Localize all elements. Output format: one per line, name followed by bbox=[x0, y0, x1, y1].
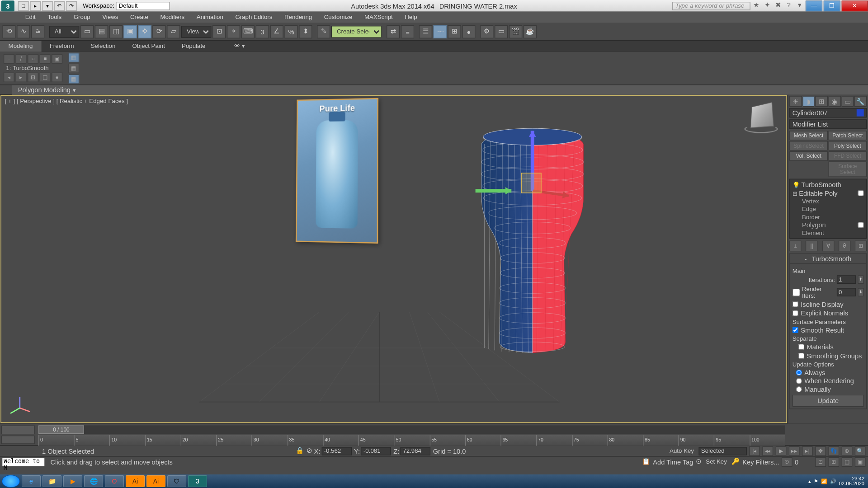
btn-poly-select[interactable]: Poly Select bbox=[828, 141, 867, 150]
z-input[interactable]: 72.984 bbox=[401, 447, 430, 455]
object-name-field[interactable]: Cylinder007 bbox=[789, 108, 867, 117]
system-tray[interactable]: ▴ ⚑ 📶 🔊 23:42 02-06-2020 bbox=[808, 476, 866, 486]
select-icon[interactable]: ▭ bbox=[80, 25, 94, 38]
exchange-icon[interactable]: ✖ bbox=[773, 1, 783, 10]
rp-cage-icon[interactable]: ◫ bbox=[40, 73, 51, 82]
isoline-check[interactable] bbox=[793, 301, 798, 307]
rp-toggle-icon[interactable]: ⊡ bbox=[28, 73, 38, 82]
rollout-header[interactable]: - TurboSmooth bbox=[790, 254, 866, 264]
task-3dsmax-icon[interactable]: 3 bbox=[188, 475, 207, 487]
rp-vertex-icon[interactable]: · bbox=[4, 54, 14, 64]
unlink-icon[interactable]: ∿ bbox=[17, 25, 30, 38]
bind-icon[interactable]: ≋ bbox=[31, 25, 44, 38]
menu-help[interactable]: Help bbox=[399, 12, 423, 23]
prev-frame-icon[interactable]: ◂◂ bbox=[762, 446, 773, 455]
cp-tab-utilities-icon[interactable]: 🔧 bbox=[854, 96, 867, 107]
next-frame-icon[interactable]: ▸▸ bbox=[789, 446, 800, 455]
gizmo-xy-plane[interactable] bbox=[521, 173, 542, 193]
align-icon[interactable]: ≡ bbox=[401, 25, 414, 38]
stack-edge[interactable]: Edge bbox=[791, 205, 865, 213]
tray-net-icon[interactable]: 📶 bbox=[821, 479, 827, 484]
menu-customize[interactable]: Customize bbox=[318, 12, 358, 23]
minimize-button[interactable]: — bbox=[806, 0, 822, 11]
stack-turbosmooth[interactable]: 💡 TurboSmooth bbox=[791, 181, 865, 189]
update-button[interactable]: Update bbox=[793, 395, 864, 407]
qat-new-icon[interactable]: □ bbox=[18, 1, 29, 10]
tab-selection[interactable]: Selection bbox=[82, 41, 124, 52]
task-opera-icon[interactable]: O bbox=[105, 475, 124, 487]
maxscript-mini[interactable]: Welcome to M bbox=[2, 457, 44, 466]
time-config-icon[interactable]: ⏲ bbox=[782, 457, 793, 466]
qat-save-icon[interactable]: ▾ bbox=[42, 1, 53, 10]
rp-special1-icon[interactable]: ▦ bbox=[68, 52, 79, 62]
autokey-toggle[interactable]: Auto Key bbox=[667, 448, 697, 455]
stack-poly-toggle[interactable] bbox=[858, 222, 863, 228]
toggle-icon[interactable]: ✦ bbox=[762, 1, 772, 10]
app-icon[interactable]: 3 bbox=[1, 0, 14, 11]
scale-icon[interactable]: ▱ bbox=[167, 25, 180, 38]
iterations-spinner[interactable]: ⬍ bbox=[858, 275, 863, 284]
viewcube[interactable] bbox=[743, 103, 779, 133]
cp-tab-display-icon[interactable]: ▭ bbox=[841, 96, 854, 107]
nav-max-icon[interactable]: ▣ bbox=[855, 457, 866, 466]
tray-vol-icon[interactable]: 🔊 bbox=[830, 479, 836, 484]
rp-border-icon[interactable]: ○ bbox=[28, 54, 38, 64]
task-shield-icon[interactable]: 🛡 bbox=[167, 475, 186, 487]
time-slider-thumb[interactable]: 0 / 100 bbox=[38, 425, 84, 434]
ribbon-toggle-icon[interactable]: 👁 ▾ bbox=[226, 41, 254, 52]
nav-orbit-icon[interactable]: ⊕ bbox=[842, 446, 853, 455]
menu-group[interactable]: Group bbox=[68, 12, 96, 23]
time-tag-icon[interactable]: 📋 bbox=[642, 458, 651, 465]
nav-walk-icon[interactable]: 👣 bbox=[828, 446, 839, 455]
material-editor-icon[interactable]: ● bbox=[462, 25, 475, 38]
menu-create[interactable]: Create bbox=[124, 12, 154, 23]
update-manually-radio[interactable] bbox=[796, 386, 802, 392]
cp-tab-hierarchy-icon[interactable]: ⊞ bbox=[816, 96, 828, 107]
rp-edge-icon[interactable]: / bbox=[16, 54, 27, 64]
nav-fov-icon[interactable]: ◫ bbox=[842, 457, 853, 466]
rp-prev-icon[interactable]: ◂ bbox=[4, 73, 14, 82]
favorite-icon[interactable]: ★ bbox=[751, 1, 761, 10]
qat-open-icon[interactable]: ▸ bbox=[30, 1, 41, 10]
time-slider[interactable]: 0 / 100 bbox=[38, 425, 785, 434]
menu-tools[interactable]: Tools bbox=[42, 12, 68, 23]
tab-freeform[interactable]: Freeform bbox=[41, 41, 82, 52]
play-icon[interactable]: ▶ bbox=[776, 446, 787, 455]
rp-special2-icon[interactable]: ▦ bbox=[68, 63, 79, 73]
nav-pan-icon[interactable]: ✥ bbox=[815, 446, 826, 455]
render-frame-icon[interactable]: ▭ bbox=[495, 25, 508, 38]
schematic-icon[interactable]: ⊞ bbox=[448, 25, 461, 38]
spinner-snap-icon[interactable]: ⬍ bbox=[299, 25, 312, 38]
help-search-input[interactable]: Type a keyword or phrase bbox=[672, 1, 750, 10]
select-name-icon[interactable]: ▤ bbox=[95, 25, 108, 38]
menu-views[interactable]: Views bbox=[96, 12, 124, 23]
stack-element[interactable]: Element bbox=[791, 229, 865, 237]
pivot-icon[interactable]: ⊡ bbox=[212, 25, 226, 38]
task-media-icon[interactable]: ▶ bbox=[63, 475, 82, 487]
qat-undo-icon[interactable]: ↶ bbox=[54, 1, 65, 10]
angle-snap-icon[interactable]: ∠ bbox=[270, 25, 283, 38]
cp-tab-motion-icon[interactable]: ◉ bbox=[828, 96, 840, 107]
modifier-list-dropdown[interactable]: Modifier List bbox=[789, 119, 867, 129]
cp-tab-modify-icon[interactable]: ◗ bbox=[802, 96, 815, 107]
menu-edit[interactable]: Edit bbox=[19, 12, 41, 23]
rp-special3-icon[interactable]: ▦ bbox=[68, 74, 79, 84]
task-ai2-icon[interactable]: Ai bbox=[146, 475, 165, 487]
maximize-button[interactable]: ❐ bbox=[824, 0, 840, 11]
close-button[interactable]: ✕ bbox=[842, 0, 868, 11]
materials-check[interactable] bbox=[798, 344, 804, 350]
object-stack-label[interactable]: 1: TurboSmooth bbox=[4, 65, 62, 71]
ref-coord-system[interactable]: View bbox=[181, 25, 211, 38]
object-color-swatch[interactable] bbox=[857, 109, 864, 117]
edit-named-sel-icon[interactable]: ✎ bbox=[317, 25, 330, 38]
named-selection[interactable]: Create Selection Se bbox=[331, 25, 382, 38]
isolate-icon[interactable]: ⊙ bbox=[696, 458, 701, 465]
stack-remove-icon[interactable]: ϑ bbox=[839, 240, 851, 251]
btn-ffd-select[interactable]: FFD Select bbox=[828, 151, 867, 161]
goto-start-icon[interactable]: |◂ bbox=[749, 446, 760, 455]
tab-object-paint[interactable]: Object Paint bbox=[124, 41, 174, 52]
stack-ep-toggle[interactable] bbox=[858, 190, 863, 196]
rp-next-icon[interactable]: ▸ bbox=[16, 73, 27, 82]
nav-zoom-ext-icon[interactable]: ⊞ bbox=[828, 457, 839, 466]
stack-pin-icon[interactable]: ⟂ bbox=[789, 240, 802, 251]
